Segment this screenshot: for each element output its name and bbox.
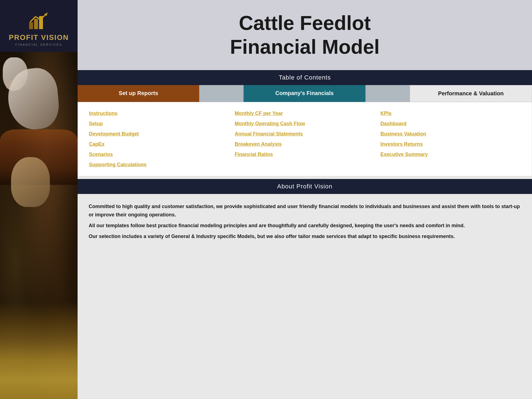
about-paragraph-2: All our templates follow best practice f… — [89, 221, 521, 230]
toc-header: Table of Contents — [78, 70, 532, 85]
link-breakeven[interactable]: Breakeven Analysis — [235, 141, 375, 147]
link-supporting-calculations[interactable]: Supporting Calculations — [89, 162, 229, 168]
svg-rect-0 — [29, 22, 33, 29]
svg-rect-1 — [34, 19, 38, 29]
toc-column-financials: Monthly CF per Year Monthly Operating Ca… — [235, 111, 375, 168]
link-executive-summary[interactable]: Executive Summary — [380, 152, 521, 157]
about-section: About Profit Vision Committed to high qu… — [78, 176, 532, 251]
tab-performance-valuation[interactable]: Performance & Valuation — [410, 85, 532, 102]
link-monthly-cf[interactable]: Monthly CF per Year — [235, 111, 375, 116]
link-kpis[interactable]: KPIs — [380, 111, 521, 116]
link-financial-ratios[interactable]: Financial Ratios — [235, 152, 375, 157]
toc-tabs: Set up Reports Company's Financials Perf… — [78, 85, 532, 102]
link-annual-financial[interactable]: Annual Financial Statements — [235, 131, 375, 137]
sidebar-cattle-image — [0, 52, 78, 399]
toc-section: Table of Contents Set up Reports Company… — [78, 70, 532, 176]
link-scenarios[interactable]: Scenarios — [89, 152, 229, 157]
link-monthly-operating-cf[interactable]: Monthly Operating Cash Flow — [235, 121, 375, 127]
logo-icon — [28, 11, 50, 30]
about-text: Committed to high quality and customer s… — [89, 202, 521, 241]
about-paragraph-3: Our selection includes a variety of Gene… — [89, 232, 521, 241]
tab-spacer-2 — [365, 85, 410, 102]
title-line2: Financial Model — [230, 35, 380, 59]
header: Cattle Feedlot Financial Model — [78, 0, 532, 70]
about-header: About Profit Vision — [78, 179, 532, 194]
main-content: Cattle Feedlot Financial Model Table of … — [78, 0, 532, 399]
about-content: Committed to high quality and customer s… — [78, 194, 532, 251]
link-investors-returns[interactable]: Investors Returns — [380, 141, 521, 147]
brand-name: PROFIT VISION — [9, 33, 69, 42]
toc-column-setup: Instructions Setup Development Budget Ca… — [89, 111, 229, 168]
link-instructions[interactable]: Instructions — [89, 111, 229, 116]
link-dashboard[interactable]: Dashboard — [380, 121, 521, 127]
link-business-valuation[interactable]: Business Valuation — [380, 131, 521, 137]
brand-sub: FINANCIAL SERVICES — [15, 43, 62, 46]
link-development-budget[interactable]: Development Budget — [89, 131, 229, 137]
toc-column-performance: KPIs Dashboard Business Valuation Invest… — [380, 111, 521, 168]
toc-content: Instructions Setup Development Budget Ca… — [78, 102, 532, 176]
tab-spacer-1 — [199, 85, 244, 102]
about-paragraph-1: Committed to high quality and customer s… — [89, 202, 521, 219]
title-line1: Cattle Feedlot — [230, 11, 380, 35]
tab-setup-reports[interactable]: Set up Reports — [78, 85, 199, 102]
main-title: Cattle Feedlot Financial Model — [230, 11, 380, 59]
link-capex[interactable]: CapEx — [89, 141, 229, 147]
tab-company-financials[interactable]: Company's Financials — [244, 85, 365, 102]
logo-area: PROFIT VISION FINANCIAL SERVICES — [0, 0, 78, 52]
sidebar: PROFIT VISION FINANCIAL SERVICES — [0, 0, 78, 399]
link-setup[interactable]: Setup — [89, 121, 229, 127]
